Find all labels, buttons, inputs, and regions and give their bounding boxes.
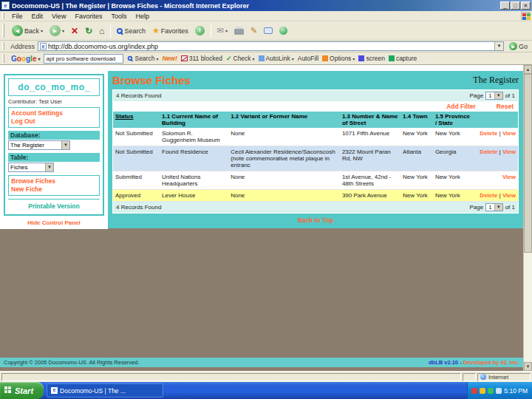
toolbar-grip (2, 54, 4, 63)
taskbar-task-button[interactable]: e Docomomo-US | The ... (47, 383, 163, 398)
go-button[interactable]: ▶ Go (507, 42, 530, 50)
delete-link[interactable]: Delete (480, 149, 497, 155)
delete-link[interactable]: Delete (480, 192, 497, 199)
window-title: Docomomo-US | The Register | Browse Fich… (12, 2, 498, 10)
close-button[interactable]: ✕ (521, 1, 531, 10)
home-button[interactable]: ⌂ (97, 26, 106, 36)
tray-icon-4[interactable] (496, 388, 502, 394)
toolbar-separator (110, 24, 111, 38)
maximize-button[interactable]: □ (511, 1, 520, 10)
scroll-down-button[interactable]: ▼ (524, 362, 532, 371)
delete-link[interactable]: Delete (480, 130, 497, 137)
page-select-top[interactable]: 1▼ (485, 92, 502, 100)
table-label: Table: (8, 153, 100, 162)
panel-header: Browse Fiches The Register (112, 74, 519, 86)
back-to-top-link[interactable]: Back to Top (298, 216, 333, 224)
forward-button[interactable]: ▶ ▾ (47, 24, 66, 37)
hide-control-panel-link[interactable]: Hide Control Panel (27, 219, 81, 226)
page-select-bottom[interactable]: 1▼ (485, 203, 502, 211)
menu-favorites[interactable]: Favorites (70, 13, 106, 20)
view-link[interactable]: View (502, 149, 516, 155)
table-select-arrow-icon[interactable]: ▼ (45, 163, 53, 171)
google-search-dropdown-icon[interactable]: ▾ (156, 56, 158, 61)
menu-tools[interactable]: Tools (106, 13, 131, 20)
back-dropdown-icon[interactable]: ▾ (41, 28, 43, 33)
records-box: 4 Records Found Page 1▼ of 1 Add Filter … (112, 89, 519, 214)
messenger-button[interactable] (277, 26, 290, 35)
options-button[interactable]: Options▾ (322, 55, 355, 62)
google-search-button[interactable]: Search▾ (127, 55, 158, 62)
google-logo[interactable]: Google▾ (11, 55, 40, 63)
page-select-arrow-icon[interactable]: ▼ (494, 92, 502, 99)
control-panel: do_co_mo_mo_ Contributor: Test User Acco… (4, 74, 104, 216)
discuss-button[interactable] (262, 27, 275, 35)
status-cell: Submitted (113, 171, 160, 190)
page-select-arrow-icon[interactable]: ▼ (494, 204, 502, 211)
screen-label: screen (366, 55, 385, 62)
start-label: Start (15, 386, 33, 395)
autofill-button[interactable]: AutoFill (298, 55, 318, 62)
new-fiche-link[interactable]: New Fiche (11, 185, 97, 194)
popup-blocker-label: 311 blocked (189, 55, 222, 62)
back-button[interactable]: ◀ Back ▾ (10, 24, 45, 37)
account-settings-link[interactable]: Account Settings (11, 109, 97, 117)
vertical-scrollbar[interactable]: ▲ ▼ (523, 65, 532, 371)
printable-version-link[interactable]: Printable Version (8, 202, 100, 210)
screen-capture-button[interactable]: screen (358, 55, 385, 62)
stop-button[interactable]: ✕ (69, 26, 81, 36)
forward-dropdown-icon[interactable]: ▾ (62, 28, 64, 33)
spellcheck-button[interactable]: ✓Check▾ (226, 55, 255, 62)
scrollbar-track[interactable] (524, 74, 532, 362)
standard-toolbar: ◀ Back ▾ ▶ ▾ ✕ ↻ ⌂ Search ★ Favorites ✉▾… (0, 21, 532, 41)
minimize-button[interactable]: _ (500, 1, 510, 10)
scroll-up-button[interactable]: ▲ (524, 65, 532, 74)
page-suffix: of 1 (505, 204, 515, 211)
options-dropdown-icon[interactable]: ▾ (352, 56, 355, 61)
tray-icon-2[interactable] (480, 388, 485, 394)
version-link[interactable]: dbLB v2.10 - (429, 359, 462, 366)
refresh-button[interactable]: ↻ (83, 26, 95, 36)
log-out-link[interactable]: Log Out (11, 117, 97, 126)
address-input[interactable] (48, 42, 493, 50)
developer-link[interactable]: Developed by 42, Inc. (463, 359, 519, 366)
add-filter-link[interactable]: Add Filter (446, 103, 476, 110)
history-button[interactable] (193, 25, 207, 36)
toolbar-grip (2, 42, 4, 50)
menu-file[interactable]: File (7, 13, 27, 20)
autolink-button[interactable]: AutoLink▾ (259, 55, 294, 62)
check-dropdown-icon[interactable]: ▾ (253, 56, 255, 61)
print-button[interactable] (232, 26, 246, 35)
tray-icon-3[interactable] (488, 388, 494, 394)
column-header[interactable]: Status (113, 112, 160, 128)
edit-button[interactable]: ✎ (248, 25, 259, 36)
google-dropdown-icon[interactable]: ▾ (38, 56, 40, 61)
mail-dropdown-icon[interactable]: ▾ (225, 28, 228, 33)
table-select[interactable]: Fiches ▼ (8, 163, 54, 172)
favorites-button[interactable]: ★ Favorites (150, 26, 191, 35)
database-select[interactable]: The Register ▼ (8, 140, 70, 150)
menu-help[interactable]: Help (131, 13, 154, 20)
address-dropdown-icon[interactable]: ▼ (494, 42, 503, 50)
tray-icon-1[interactable] (471, 388, 477, 394)
toolbar-separator (211, 24, 211, 38)
view-link[interactable]: View (502, 130, 516, 137)
database-label: Database: (8, 131, 100, 140)
menu-edit[interactable]: Edit (27, 13, 48, 20)
view-link[interactable]: View (502, 174, 516, 180)
capture-button[interactable]: capture (389, 55, 417, 62)
popup-blocker-button[interactable]: 311 blocked (181, 55, 222, 62)
search-button[interactable]: Search (115, 27, 148, 35)
autolink-dropdown-icon[interactable]: ▾ (292, 56, 294, 61)
reset-link[interactable]: Reset (497, 103, 514, 110)
popup-blocker-icon (181, 55, 188, 61)
mail-button[interactable]: ✉▾ (215, 25, 230, 36)
column-header: 1.5 Province / State (433, 112, 476, 128)
start-button[interactable]: Start (0, 382, 44, 399)
browse-fiches-link[interactable]: Browse Fiches (11, 177, 97, 185)
menu-view[interactable]: View (47, 13, 70, 20)
view-link[interactable]: View (502, 192, 516, 199)
scrollbar-thumb[interactable] (524, 74, 532, 253)
database-select-arrow-icon[interactable]: ▼ (61, 141, 69, 149)
google-search-input[interactable] (44, 54, 123, 64)
building-name-cell: Lever House (160, 190, 228, 202)
